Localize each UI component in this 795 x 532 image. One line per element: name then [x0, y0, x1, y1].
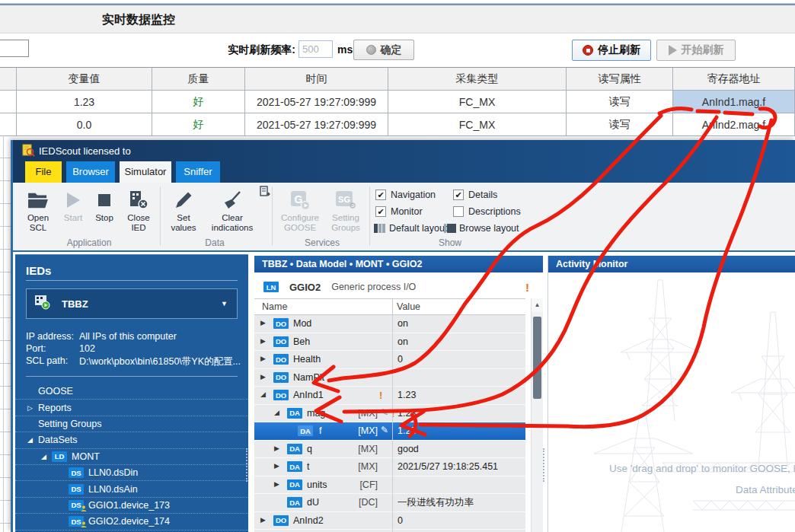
ld-badge: LD — [52, 451, 67, 462]
tab-file[interactable]: File — [25, 161, 62, 183]
splitter-grip[interactable] — [543, 448, 544, 482]
datamodel-row-Health[interactable]: ▶DOHealth0 — [254, 351, 525, 369]
collapsed-arrow-icon[interactable]: ▷ — [27, 404, 38, 412]
attribute-value: 0 — [392, 351, 525, 369]
collapsed-arrow-icon[interactable]: ▶ — [274, 444, 279, 452]
tab-browser[interactable]: Browser — [66, 161, 115, 183]
stop-button[interactable]: Stop — [91, 187, 118, 239]
checkbox-navigation[interactable]: ✔ Navigation — [375, 190, 436, 200]
tree-item-lln0-dsain[interactable]: DSLLN0.dsAin — [15, 481, 248, 497]
splitter-grip[interactable] — [246, 448, 247, 482]
datamodel-row-units[interactable]: ▶DAunits[CF] — [254, 476, 525, 495]
ds-badge: DS — [69, 516, 84, 527]
open-scl-button[interactable]: Open SCL — [19, 187, 57, 239]
datamodel-row-f[interactable]: DAf[MX]✎1.23 — [254, 422, 525, 441]
refresh-rate-unit: ms — [337, 43, 353, 56]
checkbox-icon: ✔ — [375, 206, 386, 217]
tree-item-lln0-dsdin[interactable]: DSLLN0.dsDin — [15, 465, 248, 481]
tree-item-reports[interactable]: ▷Reports — [15, 400, 248, 416]
collapsed-arrow-icon[interactable]: ▶ — [260, 337, 266, 345]
window-titlebar[interactable]: IEDScout licensed to File Browser Simula… — [13, 140, 795, 183]
collapsed-arrow-icon[interactable]: ▶ — [260, 319, 266, 327]
table-cell: 1.23 — [17, 91, 152, 113]
scroll-up-icon[interactable]: ▲ — [532, 298, 543, 312]
datamodel-row-mag[interactable]: ◢DAmag[MX]✎!1.23 — [254, 405, 525, 423]
header-cell: 读写属性 — [567, 68, 673, 91]
datamodel-row-q[interactable]: ▶DAq[MX]good — [254, 441, 525, 459]
scrollbar-thumb[interactable] — [533, 317, 541, 399]
tree-item-ggio2-device-174[interactable]: DSGGIO2.device_174 — [15, 514, 248, 530]
column-name: Name — [262, 301, 287, 312]
browse-layout-icon — [444, 223, 456, 234]
tree-item-mont[interactable]: ◢LDMONT — [15, 449, 248, 465]
group-label-services: Services — [278, 237, 366, 248]
datamodel-row-Beh[interactable]: ▶DOBehon — [254, 333, 525, 352]
register-address-cell[interactable]: AnInd2.mag.f — [673, 113, 795, 136]
attribute-value: 1.23 — [392, 422, 525, 441]
refresh-rate-label: 实时刷新频率: — [183, 43, 295, 57]
expanded-arrow-icon[interactable]: ◢ — [41, 453, 52, 460]
tree-item-label: GGIO1.device_173 — [88, 500, 170, 511]
export-document-icon[interactable] — [260, 186, 271, 200]
da-badge: DA — [287, 444, 302, 454]
expanded-arrow-icon[interactable]: ◢ — [274, 409, 279, 416]
close-ied-icon — [128, 187, 149, 213]
scrollbar[interactable]: ▲ — [531, 298, 543, 532]
configure-goose-button[interactable]: G Configure GOOSE — [278, 187, 322, 239]
collapsed-arrow-icon[interactable]: ▶ — [260, 355, 266, 362]
setting-groups-button[interactable]: SG ⚙ Setting Groups — [325, 187, 366, 239]
register-address-cell[interactable]: AnInd1.mag.f — [673, 91, 795, 113]
attribute-name: mag — [307, 408, 325, 419]
column-divider[interactable] — [392, 299, 393, 314]
refresh-rate-input[interactable] — [299, 40, 333, 58]
ied-device-icon — [34, 295, 51, 313]
tree-item-ggio1-device-173[interactable]: DSGGIO1.device_173 — [15, 498, 248, 514]
default-layout-button[interactable]: Default layout — [374, 223, 447, 234]
confirm-button[interactable]: 确定 — [353, 40, 414, 60]
logical-node-row[interactable]: LN GGIO2 Generic process I/O ! — [254, 277, 543, 297]
edit-pencil-icon[interactable]: ✎ — [381, 425, 388, 435]
table-cell: FC_MX — [388, 113, 567, 136]
stop-refresh-button[interactable]: 停止刷新 — [572, 40, 651, 61]
checkbox-details[interactable]: ✔ Details — [453, 190, 497, 200]
checkbox-descriptions[interactable]: Descriptions — [453, 206, 521, 217]
datamodel-row-t[interactable]: ▶DAt[MX]2021/5/27 19:18:25.451 — [254, 458, 525, 476]
tree-item-setting-groups[interactable]: Setting Groups — [15, 416, 248, 432]
da-badge: DA — [298, 425, 313, 436]
clear-indications-button[interactable]: Clear indications — [205, 187, 260, 239]
group-label-data: Data — [165, 237, 264, 248]
browse-layout-button[interactable]: Browse layout — [444, 223, 519, 234]
tree-item-datasets[interactable]: ◢DataSets — [15, 432, 248, 448]
datamodel-row-Mod[interactable]: ▶DOModon — [254, 315, 525, 333]
collapsed-arrow-icon[interactable]: ▶ — [260, 373, 266, 381]
group-label-show: Show — [375, 237, 525, 248]
person-icon — [81, 521, 87, 529]
attribute-value: 1.23 — [392, 387, 525, 405]
tab-simulator[interactable]: Simulator — [120, 161, 171, 183]
collapsed-arrow-icon[interactable]: ▶ — [260, 516, 266, 524]
datamodel-row-AnInd1[interactable]: ◢DOAnInd1!1.23 — [254, 387, 525, 405]
expanded-arrow-icon[interactable]: ◢ — [27, 436, 38, 444]
start-button[interactable]: Start — [59, 187, 88, 239]
tree-item-label: Setting Groups — [38, 419, 101, 429]
header-cell: 寄存器地址 — [673, 68, 795, 91]
collapsed-arrow-icon[interactable]: ▶ — [274, 480, 279, 488]
datamodel-row-AnInd2[interactable]: ▶DOAnInd20 — [254, 512, 525, 530]
ied-device-dropdown[interactable]: TBBZ ▼ — [26, 288, 238, 319]
ln-badge: LN — [263, 282, 279, 292]
tree-item-goose[interactable]: GOOSE — [15, 384, 248, 400]
set-values-button[interactable]: Set values — [165, 187, 202, 239]
attribute-name: AnInd2 — [293, 515, 324, 526]
variable-input[interactable] — [0, 40, 29, 57]
start-refresh-button[interactable]: 开始刷新 — [656, 40, 736, 61]
checkbox-monitor[interactable]: ✔ Monitor — [375, 206, 423, 217]
da-badge: DA — [287, 461, 302, 472]
datamodel-row-NamPlt[interactable]: ▶DONamPlt — [254, 369, 525, 387]
close-ied-button[interactable]: Close IED — [121, 187, 156, 239]
edit-pencil-icon[interactable]: ✎ — [381, 407, 388, 418]
collapsed-arrow-icon[interactable]: ▶ — [274, 462, 279, 470]
tab-sniffer[interactable]: Sniffer — [176, 161, 220, 183]
expanded-arrow-icon[interactable]: ◢ — [260, 390, 266, 398]
datamodel-row-dU[interactable]: DAdU[DC]一段进线有功功率 — [254, 494, 525, 512]
header-cell: 质量 — [152, 68, 245, 91]
